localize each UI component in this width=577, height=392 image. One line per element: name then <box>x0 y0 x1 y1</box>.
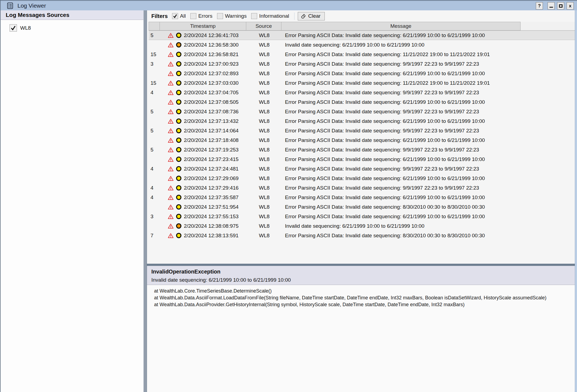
timestamp-text: 2/20/2024 12:37:14:064 <box>184 128 239 134</box>
table-row[interactable]: 2/20/2024 12:37:29:069WL8Error Parsing A… <box>149 174 575 183</box>
maximize-button[interactable] <box>557 2 564 10</box>
error-triangle-icon <box>168 52 174 57</box>
close-button[interactable]: x <box>567 2 574 10</box>
stack-trace-line: at WealthLab.Core.TimeSeriesBase.Determi… <box>154 288 575 294</box>
exception-header: InvalidOperationException Invalid date s… <box>147 266 575 285</box>
error-triangle-icon <box>168 109 174 114</box>
timestamp-text: 2/20/2024 12:37:23:415 <box>184 156 239 162</box>
error-triangle-icon <box>168 71 174 76</box>
table-row[interactable]: 2/20/2024 12:37:18:408WL8Error Parsing A… <box>149 135 575 145</box>
error-triangle-icon <box>168 195 174 200</box>
error-triangle-icon <box>168 185 174 191</box>
message-cell: Error Parsing ASCII Data: Invalid date s… <box>282 147 521 153</box>
table-row[interactable]: 2/20/2024 12:37:02:893WL8Error Parsing A… <box>149 69 575 78</box>
message-cell: Error Parsing ASCII Data: Invalid date s… <box>282 99 521 105</box>
timestamp-cell: 2/20/2024 12:38:13:591 <box>160 232 247 239</box>
exception-title: InvalidOperationException <box>151 269 575 275</box>
column-header-message[interactable]: Message <box>281 22 521 31</box>
timestamp-cell: 2/20/2024 12:37:04:705 <box>160 89 247 96</box>
repeat-count: 5 <box>149 128 160 134</box>
filter-checkbox-warnings[interactable] <box>217 13 223 19</box>
filter-checkbox-informational[interactable] <box>251 13 257 19</box>
table-row[interactable]: 42/20/2024 12:37:29:416WL8Error Parsing … <box>149 183 575 193</box>
column-header-filler <box>521 22 575 31</box>
table-row[interactable]: 32/20/2024 12:37:55:153WL8Error Parsing … <box>149 212 575 221</box>
message-cell: Error Parsing ASCII Data: Invalid date s… <box>282 128 521 134</box>
severity-circle-icon <box>176 127 182 134</box>
table-row[interactable]: 2/20/2024 12:37:08:505WL8Error Parsing A… <box>149 97 575 107</box>
source-cell: WL8 <box>247 61 282 67</box>
error-triangle-icon <box>168 61 174 67</box>
table-row[interactable]: 52/20/2024 12:36:41:703WL8Error Parsing … <box>149 31 575 40</box>
minimize-button[interactable] <box>548 2 555 10</box>
clear-button[interactable]: Clear <box>298 12 324 20</box>
message-cell: Error Parsing ASCII Data: Invalid date s… <box>282 175 521 181</box>
repeat-count: 4 <box>149 195 160 200</box>
message-cell: Invalid date sequencing: 6/21/1999 10:00… <box>282 223 521 229</box>
timestamp-text: 2/20/2024 12:38:08:975 <box>184 223 239 229</box>
table-row[interactable]: 152/20/2024 12:36:58:821WL8Error Parsing… <box>149 50 575 59</box>
timestamp-cell: 2/20/2024 12:37:18:408 <box>160 137 247 143</box>
filter-option-errors[interactable]: Errors <box>190 13 212 19</box>
timestamp-cell: 2/20/2024 12:37:29:416 <box>160 185 247 191</box>
source-checkbox-wl8[interactable] <box>10 24 17 32</box>
column-header-timestamp[interactable]: Timestamp <box>160 22 246 31</box>
filter-checkbox-all[interactable] <box>172 13 178 19</box>
repeat-count: 3 <box>149 214 160 220</box>
timestamp-text: 2/20/2024 12:37:51:954 <box>184 204 239 210</box>
error-triangle-icon <box>168 90 174 95</box>
table-row[interactable]: 32/20/2024 12:37:00:923WL8Error Parsing … <box>149 59 575 69</box>
timestamp-text: 2/20/2024 12:36:58:300 <box>184 42 239 48</box>
table-row[interactable]: 152/20/2024 12:37:03:030WL8Error Parsing… <box>149 78 575 88</box>
error-triangle-icon <box>168 118 174 124</box>
column-header-source[interactable]: Source <box>246 22 281 31</box>
vertical-splitter[interactable] <box>143 10 147 392</box>
error-triangle-icon <box>168 42 174 48</box>
table-row[interactable]: 2/20/2024 12:37:13:432WL8Error Parsing A… <box>149 116 575 126</box>
filter-option-all[interactable]: All <box>172 13 186 19</box>
table-row[interactable]: 2/20/2024 12:38:08:975WL8Invalid date se… <box>149 221 575 231</box>
filter-option-warnings[interactable]: Warnings <box>217 13 247 19</box>
repeat-count: 5 <box>149 147 160 153</box>
table-rows: 52/20/2024 12:36:41:703WL8Error Parsing … <box>149 31 575 240</box>
timestamp-text: 2/20/2024 12:37:02:893 <box>184 71 239 77</box>
timestamp-cell: 2/20/2024 12:36:58:300 <box>160 42 247 48</box>
timestamp-text: 2/20/2024 12:37:29:069 <box>184 175 239 181</box>
message-cell: Error Parsing ASCII Data: Invalid date s… <box>282 90 521 96</box>
timestamp-text: 2/20/2024 12:37:24:481 <box>184 166 239 172</box>
column-header-icons[interactable] <box>149 22 160 31</box>
table-row[interactable]: 42/20/2024 12:37:04:705WL8Error Parsing … <box>149 88 575 97</box>
help-button[interactable]: ? <box>536 2 543 10</box>
table-row[interactable]: 2/20/2024 12:37:51:954WL8Error Parsing A… <box>149 202 575 212</box>
window-title: Log Viewer <box>17 2 46 9</box>
filter-option-informational[interactable]: Informational <box>251 13 289 19</box>
repeat-count: 7 <box>149 233 160 239</box>
log-table: TimestampSourceMessage 52/20/2024 12:36:… <box>149 22 575 240</box>
timestamp-cell: 2/20/2024 12:37:14:064 <box>160 127 247 134</box>
message-cell: Error Parsing ASCII Data: Invalid date s… <box>282 166 521 172</box>
source-item-wl8[interactable]: WL8 <box>10 24 143 32</box>
timestamp-cell: 2/20/2024 12:37:35:587 <box>160 194 247 200</box>
message-cell: Error Parsing ASCII Data: Invalid date s… <box>282 204 521 210</box>
source-cell: WL8 <box>247 71 282 77</box>
horizontal-splitter[interactable] <box>147 264 575 266</box>
error-triangle-icon <box>168 166 174 172</box>
severity-circle-icon <box>176 166 182 172</box>
table-row[interactable]: 52/20/2024 12:37:14:064WL8Error Parsing … <box>149 126 575 135</box>
table-row[interactable]: 2/20/2024 12:37:23:415WL8Error Parsing A… <box>149 154 575 164</box>
table-row[interactable]: 52/20/2024 12:37:08:736WL8Error Parsing … <box>149 107 575 116</box>
filter-label-all: All <box>180 13 186 19</box>
table-row[interactable]: 42/20/2024 12:37:35:587WL8Error Parsing … <box>149 193 575 202</box>
table-row[interactable]: 72/20/2024 12:38:13:591WL8Error Parsing … <box>149 231 575 240</box>
table-row[interactable]: 42/20/2024 12:37:24:481WL8Error Parsing … <box>149 164 575 174</box>
filter-checkbox-errors[interactable] <box>190 13 196 19</box>
table-row[interactable]: 2/20/2024 12:36:58:300WL8Invalid date se… <box>149 40 575 50</box>
table-row[interactable]: 52/20/2024 12:37:19:253WL8Error Parsing … <box>149 145 575 154</box>
severity-circle-icon <box>176 108 182 115</box>
severity-circle-icon <box>176 80 182 86</box>
source-cell: WL8 <box>247 118 282 124</box>
error-triangle-icon <box>168 233 174 238</box>
error-triangle-icon <box>168 33 174 38</box>
source-cell: WL8 <box>247 51 282 57</box>
message-cell: Error Parsing ASCII Data: Invalid date s… <box>282 118 521 124</box>
